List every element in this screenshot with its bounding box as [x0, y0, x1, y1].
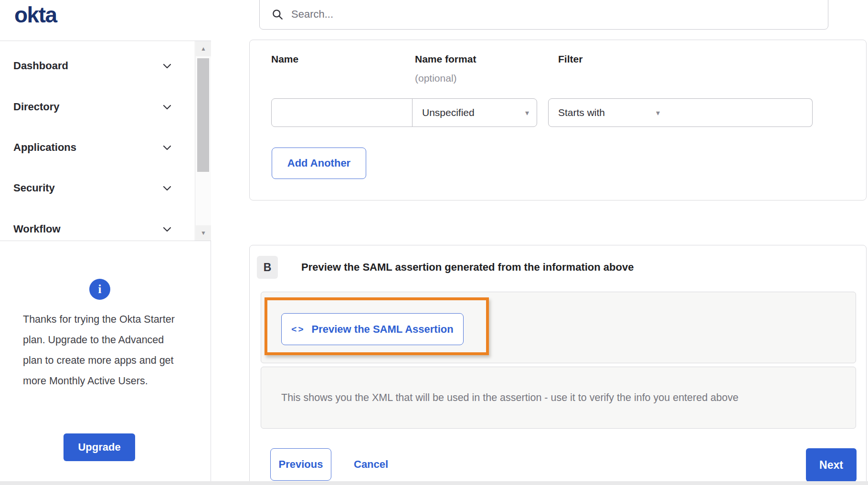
search-input[interactable]: [291, 8, 769, 21]
filter-value-input[interactable]: [667, 98, 813, 127]
preview-saml-assertion-label: Preview the SAML Assertion: [312, 323, 454, 336]
preview-description-box: This shows you the XML that will be used…: [261, 367, 856, 429]
chevron-down-icon: [161, 182, 173, 194]
dropdown-caret-icon: ▾: [656, 108, 660, 117]
sidebar-item-label: Directory: [13, 101, 60, 113]
sidebar-item-label: Security: [13, 182, 55, 194]
upgrade-button[interactable]: Upgrade: [64, 433, 135, 461]
sidebar-item-directory[interactable]: Directory: [0, 94, 193, 120]
okta-logo: okta: [14, 2, 57, 28]
filter-type-select[interactable]: Starts with ▾: [548, 98, 668, 127]
name-column-label: Name: [271, 53, 298, 65]
sidebar-scrollbar[interactable]: ▲ ▼: [195, 41, 211, 241]
scroll-up-icon[interactable]: ▲: [196, 41, 211, 56]
preview-description-text: This shows you the XML that will be used…: [281, 392, 739, 404]
sidebar-item-workflow[interactable]: Workflow: [0, 216, 193, 242]
chevron-down-icon: [161, 223, 173, 235]
sidebar-item-applications[interactable]: Applications: [0, 134, 193, 161]
name-format-select[interactable]: Unspecified ▾: [412, 98, 537, 127]
attribute-statement-panel: Name Name format (optional) Filter Unspe…: [249, 40, 867, 200]
step-b-badge: B: [257, 256, 278, 279]
cancel-button[interactable]: Cancel: [354, 448, 388, 481]
scrollbar-thumb[interactable]: [197, 58, 209, 172]
name-format-optional-hint: (optional): [415, 73, 457, 84]
name-format-selected-value: Unspecified: [422, 107, 475, 118]
sidebar-item-dashboard[interactable]: Dashboard: [0, 53, 193, 79]
chevron-down-icon: [161, 101, 173, 113]
search-icon: [271, 8, 284, 21]
global-search-inner: [260, 0, 828, 29]
plan-notice-text: Thanks for trying the Okta Starter plan.…: [23, 309, 183, 391]
info-icon: i: [89, 279, 110, 300]
sidebar-item-label: Applications: [13, 141, 76, 154]
sidebar-nav: Dashboard Directory Applications Securit…: [0, 41, 211, 241]
scroll-down-icon[interactable]: ▼: [196, 225, 211, 241]
saml-preview-title: Preview the SAML assertion generated fro…: [301, 261, 634, 274]
preview-saml-assertion-button[interactable]: <> Preview the SAML Assertion: [281, 313, 464, 345]
okta-admin-screen: okta Dashboard Directory Applications Se…: [0, 0, 868, 485]
attribute-name-input[interactable]: [271, 98, 413, 127]
sidebar-item-label: Workflow: [13, 223, 61, 235]
code-icon: <>: [291, 324, 305, 335]
next-button[interactable]: Next: [806, 448, 857, 482]
name-format-column-label: Name format: [415, 53, 476, 65]
filter-type-selected-value: Starts with: [558, 107, 605, 118]
chevron-down-icon: [161, 142, 173, 153]
global-search: [259, 0, 828, 30]
filter-column-label: Filter: [558, 53, 582, 65]
saml-preview-panel: B Preview the SAML assertion generated f…: [249, 245, 867, 485]
chevron-down-icon: [161, 60, 173, 72]
add-another-button[interactable]: Add Another: [272, 148, 366, 179]
sidebar-item-label: Dashboard: [13, 60, 68, 72]
sidebar-item-security[interactable]: Security: [0, 175, 193, 201]
previous-button[interactable]: Previous: [270, 448, 331, 481]
viewport-bottom-edge: [0, 481, 868, 485]
preview-button-container: <> Preview the SAML Assertion: [261, 292, 856, 363]
dropdown-caret-icon: ▾: [525, 108, 529, 117]
